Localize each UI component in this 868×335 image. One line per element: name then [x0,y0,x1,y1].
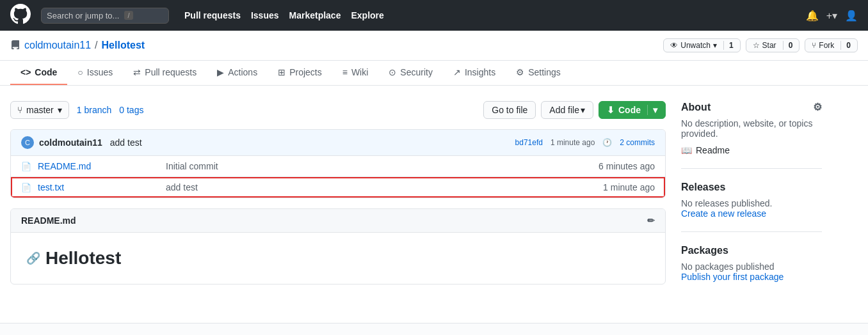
tags-link[interactable]: 0 tags [119,105,143,115]
star-button[interactable]: ☆ Star 0 [746,38,800,52]
branches-link[interactable]: 1 branch [77,105,111,115]
repo-main: ⑂ master ▾ 1 branch 0 tags Go to file Ad… [10,101,666,308]
add-file-label: Add file [549,105,579,115]
file-time: 6 minutes ago [599,161,655,171]
commit-meta: bd71efd 1 minute ago 🕐 2 commits [515,138,655,147]
tab-insights-label: Insights [465,67,495,77]
top-nav: Search or jump to... / Pull requests Iss… [0,0,868,31]
watch-arrow: ▾ [713,41,717,50]
add-file-button[interactable]: Add file ▾ [541,101,593,119]
download-icon: ⬇ [607,105,615,115]
readme-title: 🔗 Hellotest [26,248,650,269]
search-input[interactable]: Search or jump to... / [41,8,169,24]
tab-settings[interactable]: ⚙ Settings [506,61,571,85]
commit-avatar: C [21,136,34,149]
tab-projects-label: Projects [289,67,322,77]
topnav-right: 🔔 +▾ 👤 [806,10,858,22]
file-table: C coldmoutain11 add test bd71efd 1 minut… [10,129,666,198]
gear-icon[interactable]: ⚙ [813,101,822,113]
breadcrumb-user[interactable]: coldmoutain11 [24,40,91,51]
add-file-arrow: ▾ [581,105,585,115]
tab-code-label: Code [35,67,57,77]
file-commit-msg: Initial commit [166,161,599,171]
about-section: About ⚙ No description, website, or topi… [681,101,822,169]
about-title: About ⚙ [681,101,822,113]
commit-hash[interactable]: bd71efd [515,138,543,147]
insights-icon: ↗ [453,67,461,77]
breadcrumb: coldmoutain11 / Hellotest [10,40,145,51]
commits-link[interactable]: 2 commits [620,138,655,147]
github-logo-icon[interactable] [10,4,31,27]
packages-text: No packages published [681,261,822,272]
topnav-pull-requests[interactable]: Pull requests [184,10,241,20]
releases-text: No releases published. [681,198,822,208]
readme-link[interactable]: 📖 Readme [681,145,822,155]
eye-icon: 👁 [670,41,678,50]
fork-button[interactable]: ⑂ Fork 0 [805,38,858,52]
topnav-marketplace[interactable]: Marketplace [289,10,341,20]
repo-sidebar: About ⚙ No description, website, or topi… [681,101,822,308]
tab-projects[interactable]: ⊞ Projects [268,61,332,85]
code-label: Code [618,105,641,115]
readme-title-text: Hellotest [45,248,121,269]
fork-label: Fork [819,41,834,50]
publish-package-link[interactable]: Publish your first package [681,272,784,282]
readme-section: README.md ✏ 🔗 Hellotest [10,208,666,284]
file-name[interactable]: test.txt [38,182,166,192]
goto-file-button[interactable]: Go to file [483,101,536,119]
packages-title: Packages [681,245,822,256]
branch-icon: ⑂ [17,105,22,115]
settings-icon: ⚙ [516,67,524,77]
code-button[interactable]: ⬇ Code ▾ [599,101,666,119]
file-icon: 📄 [21,183,31,192]
tab-pull-requests[interactable]: ⇄ Pull requests [123,61,207,85]
search-kbd: / [124,11,133,20]
topnav-issues[interactable]: Issues [251,10,279,20]
branch-info: 1 branch 0 tags [77,105,144,115]
link-icon: 🔗 [26,251,40,265]
tab-issues[interactable]: ○ Issues [67,61,123,85]
tab-code[interactable]: <> Code [10,61,67,85]
branch-selector[interactable]: ⑂ master ▾ [10,101,69,119]
search-placeholder: Search or jump to... [47,11,119,20]
actions-icon: ▶ [217,67,224,77]
tab-security-label: Security [400,67,433,77]
tab-security[interactable]: ⊙ Security [378,61,443,85]
tab-settings-label: Settings [528,67,561,77]
security-icon: ⊙ [389,67,396,77]
watch-button[interactable]: 👁 Unwatch ▾ 1 [663,38,740,52]
tab-insights[interactable]: ↗ Insights [443,61,506,85]
topnav-explore[interactable]: Explore [351,10,383,20]
code-arrow: ▾ [647,105,657,115]
branch-bar: ⑂ master ▾ 1 branch 0 tags Go to file Ad… [10,101,666,119]
edit-icon[interactable]: ✏ [647,215,655,226]
bell-icon[interactable]: 🔔 [806,10,819,22]
avatar-icon[interactable]: 👤 [845,10,858,22]
tab-actions-label: Actions [228,67,257,77]
code-icon: <> [20,67,31,77]
commit-time: 1 minute ago [551,138,595,147]
packages-title-text: Packages [681,245,728,256]
pr-icon: ⇄ [133,67,141,77]
branch-name: master [26,105,54,115]
clock-icon: 🕐 [602,138,612,147]
packages-section: Packages No packages published Publish y… [681,245,822,295]
releases-title-text: Releases [681,182,725,193]
latest-commit-row: C coldmoutain11 add test bd71efd 1 minut… [11,130,665,156]
tab-wiki-label: Wiki [351,67,368,77]
commit-author-name: coldmoutain11 [39,137,102,148]
tab-pr-label: Pull requests [145,67,197,77]
create-release-link[interactable]: Create a new release [681,208,766,219]
plus-icon[interactable]: +▾ [826,10,837,22]
breadcrumb-repo[interactable]: Hellotest [102,40,145,51]
star-count: 0 [783,41,793,50]
breadcrumb-separator: / [95,40,97,51]
star-label: Star [762,41,776,50]
tab-wiki[interactable]: ≡ Wiki [332,61,379,85]
fork-count: 0 [840,41,851,50]
file-name[interactable]: README.md [38,161,166,171]
breadcrumb-bar: coldmoutain11 / Hellotest 👁 Unwatch ▾ 1 … [0,31,868,61]
tab-actions[interactable]: ▶ Actions [207,61,268,85]
footer: © 2020 GitHub, Inc. Terms Privacy Securi… [0,323,868,335]
wiki-icon: ≡ [342,67,348,77]
